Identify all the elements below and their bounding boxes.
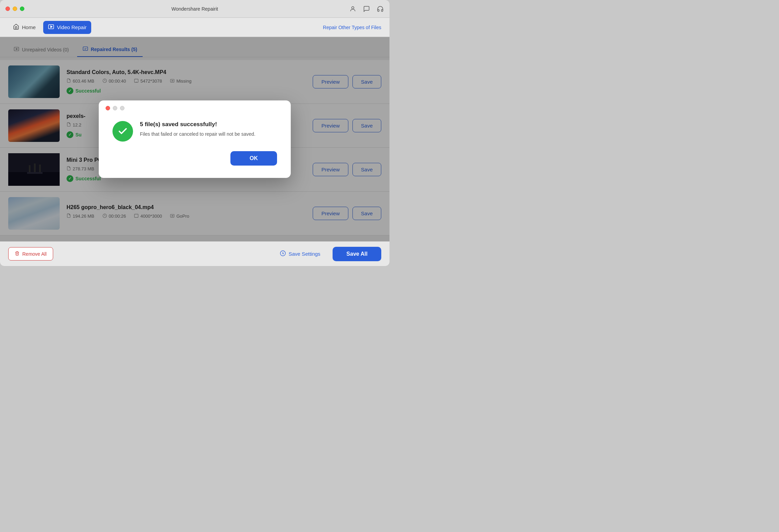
dialog-title: 5 file(s) saved successfully! bbox=[140, 121, 277, 128]
svg-point-0 bbox=[352, 7, 354, 9]
nav-home-label: Home bbox=[22, 24, 36, 30]
svg-marker-2 bbox=[51, 26, 52, 28]
dialog-maximize-button[interactable] bbox=[120, 106, 124, 110]
save-settings-button[interactable]: Save Settings bbox=[273, 247, 327, 261]
bottom-bar: Remove All Save Settings Save All bbox=[0, 241, 389, 266]
dialog-body: 5 file(s) saved successfully! Files that… bbox=[112, 121, 277, 142]
repair-other-link[interactable]: Repair Other Types of Files bbox=[323, 25, 381, 30]
nav-bar: Home Video Repair Repair Other Types of … bbox=[0, 18, 389, 37]
nav-home[interactable]: Home bbox=[8, 21, 40, 34]
maximize-button[interactable] bbox=[20, 7, 24, 11]
dialog-subtitle: Files that failed or canceled to repair … bbox=[140, 131, 277, 138]
trash-icon bbox=[15, 251, 20, 257]
remove-all-label: Remove All bbox=[22, 251, 47, 257]
window-title: Wondershare Repairit bbox=[171, 6, 218, 12]
dialog-title-bar bbox=[106, 106, 124, 110]
headphone-icon[interactable] bbox=[376, 5, 384, 13]
svg-point-27 bbox=[282, 253, 284, 254]
home-icon bbox=[13, 24, 19, 31]
dialog-overlay: 5 file(s) saved successfully! Files that… bbox=[0, 37, 389, 241]
success-dialog: 5 file(s) saved successfully! Files that… bbox=[99, 100, 291, 178]
settings-icon bbox=[280, 250, 286, 257]
title-bar: Wondershare Repairit bbox=[0, 0, 389, 18]
dialog-minimize-button[interactable] bbox=[113, 106, 117, 110]
main-window: Wondershare Repairit bbox=[0, 0, 389, 266]
minimize-button[interactable] bbox=[13, 7, 17, 11]
video-repair-icon bbox=[48, 24, 54, 31]
nav-video-repair[interactable]: Video Repair bbox=[43, 21, 91, 34]
dialog-footer: OK bbox=[112, 151, 277, 166]
user-icon[interactable] bbox=[349, 5, 357, 13]
main-content: Unrepaired Videos (0) Repaired Results (… bbox=[0, 37, 389, 241]
title-bar-icons bbox=[349, 5, 384, 13]
chat-icon[interactable] bbox=[363, 5, 370, 13]
success-check-icon bbox=[112, 121, 133, 142]
remove-all-button[interactable]: Remove All bbox=[8, 247, 53, 261]
save-all-button[interactable]: Save All bbox=[333, 247, 381, 261]
save-settings-label: Save Settings bbox=[289, 251, 321, 257]
close-button[interactable] bbox=[5, 7, 10, 11]
dialog-close-button[interactable] bbox=[106, 106, 110, 110]
dialog-text: 5 file(s) saved successfully! Files that… bbox=[140, 121, 277, 138]
traffic-lights bbox=[5, 7, 24, 11]
ok-button[interactable]: OK bbox=[230, 151, 277, 166]
nav-video-repair-label: Video Repair bbox=[57, 24, 86, 30]
